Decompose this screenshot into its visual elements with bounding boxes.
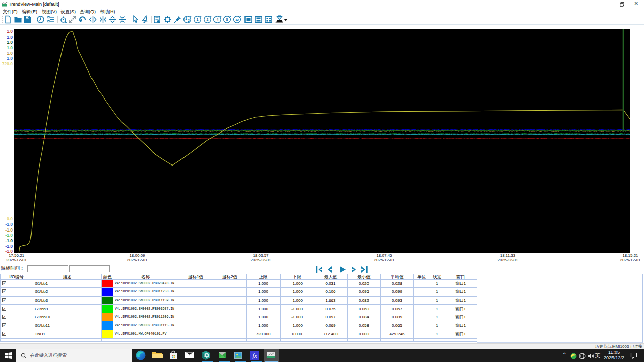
svg-text:1: 1 — [185, 17, 187, 20]
svg-text:2: 2 — [188, 19, 190, 22]
svg-text:1: 1 — [197, 18, 199, 21]
svg-text:4: 4 — [217, 18, 219, 21]
svg-text:12: 12 — [235, 18, 239, 21]
svg-text:2: 2 — [207, 18, 209, 21]
svg-text:8: 8 — [226, 18, 228, 21]
svg-text:fx: fx — [252, 352, 257, 359]
